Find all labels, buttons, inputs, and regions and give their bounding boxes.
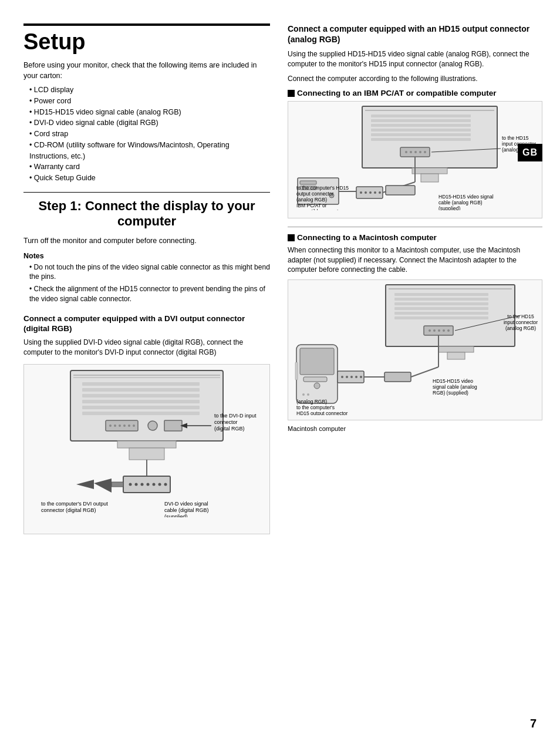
- svg-point-13: [123, 424, 126, 427]
- svg-point-27: [135, 483, 138, 486]
- svg-rect-88: [394, 307, 488, 310]
- section-divider: [23, 192, 270, 193]
- svg-point-29: [147, 483, 150, 486]
- gb-badge: GB: [518, 144, 542, 161]
- intro-text: Before using your monitor, check that th…: [23, 60, 270, 81]
- svg-point-26: [129, 483, 132, 486]
- svg-rect-85: [394, 293, 488, 296]
- svg-point-115: [360, 376, 362, 378]
- svg-rect-74: [386, 186, 415, 195]
- dvi-diagram-svg: to the DVI-D input connector (digital RG…: [35, 365, 258, 517]
- left-column: Setup Before using your monitor, check t…: [23, 23, 270, 539]
- mac-subsection-header: Connecting to a Macintosh computer: [288, 233, 542, 242]
- svg-marker-35: [76, 480, 94, 489]
- svg-point-113: [350, 376, 353, 378]
- svg-point-111: [341, 376, 343, 378]
- svg-point-93: [433, 329, 436, 332]
- svg-point-52: [414, 151, 417, 153]
- svg-text:(digital RGB): (digital RGB): [214, 426, 245, 432]
- svg-point-67: [360, 191, 362, 194]
- list-item: Quick Setup Guide: [29, 173, 270, 184]
- dvi-text: Using the supplied DVI-D video signal ca…: [23, 338, 270, 358]
- svg-rect-109: [295, 362, 298, 380]
- svg-rect-7: [82, 406, 200, 409]
- svg-point-31: [158, 483, 161, 486]
- svg-text:(analog RGB): (analog RGB): [296, 399, 327, 405]
- svg-text:to the HD15: to the HD15: [502, 135, 529, 141]
- svg-rect-18: [117, 441, 176, 448]
- list-item: Cord strap: [29, 129, 270, 140]
- svg-point-114: [355, 376, 357, 378]
- svg-rect-3: [82, 382, 200, 386]
- svg-text:to the DVI-D input: to the DVI-D input: [214, 413, 257, 419]
- svg-text:to the computer's DVI output: to the computer's DVI output: [41, 501, 108, 507]
- mac-diagram-svg: to the HD15 input connector (analog RGB): [288, 280, 542, 415]
- svg-point-15: [133, 424, 135, 427]
- svg-rect-46: [371, 129, 471, 132]
- list-item: DVI-D video signal cable (digital RGB): [29, 117, 270, 129]
- hd15-text1: Using the supplied HD15-HD15 video signa…: [288, 49, 542, 69]
- setup-heading: Setup: [23, 29, 270, 55]
- svg-text:output connector: output connector: [296, 191, 333, 197]
- ibm-heading: Connecting to an IBM PC/AT or compatible…: [297, 89, 497, 97]
- list-item: Power cord: [29, 96, 270, 107]
- mac-label: Macintosh computer: [288, 425, 542, 432]
- svg-text:compatible computer: compatible computer: [296, 208, 343, 210]
- svg-text:to the HD15: to the HD15: [507, 314, 534, 319]
- svg-text:HD15 output connector: HD15 output connector: [296, 410, 348, 415]
- svg-rect-34: [112, 482, 123, 487]
- svg-rect-19: [129, 448, 164, 460]
- svg-rect-45: [371, 124, 471, 127]
- svg-text:input connector: input connector: [504, 319, 538, 325]
- right-column: Connect a computer equipped with an HD15…: [288, 23, 542, 539]
- note-item: Check the alignment of the HD15 connecto…: [29, 284, 270, 304]
- mac-diagram: to the HD15 input connector (analog RGB): [288, 279, 542, 420]
- svg-text:HD15-HD15 video: HD15-HD15 video: [433, 378, 473, 384]
- note-item: Do not touch the pins of the video signa…: [29, 262, 270, 282]
- list-item: HD15-HD15 video signal cable (analog RGB…: [29, 107, 270, 118]
- hd15-heading: Connect a computer equipped with an HD15…: [288, 23, 542, 45]
- svg-point-107: [302, 393, 305, 396]
- svg-rect-47: [371, 133, 471, 136]
- svg-rect-89: [394, 312, 488, 315]
- svg-rect-62: [300, 181, 316, 184]
- list-item: Warranty card: [29, 161, 270, 173]
- page-number: 7: [530, 717, 537, 730]
- ibm-diagram: to the HD15 input connector (analog RGB): [288, 101, 542, 218]
- svg-rect-87: [394, 302, 488, 305]
- svg-rect-4: [82, 388, 200, 392]
- svg-rect-56: [421, 174, 438, 182]
- svg-rect-44: [371, 119, 471, 122]
- dvi-diagram: to the DVI-D input connector (digital RG…: [23, 364, 270, 534]
- svg-rect-105: [303, 377, 327, 382]
- svg-point-51: [410, 151, 412, 153]
- list-item: LCD display: [29, 85, 270, 96]
- svg-point-106: [314, 383, 320, 389]
- svg-rect-17: [164, 420, 182, 431]
- svg-text:cable (digital RGB): cable (digital RGB): [164, 507, 209, 513]
- svg-rect-90: [394, 316, 488, 319]
- svg-text:(supplied): (supplied): [164, 514, 188, 517]
- svg-point-69: [369, 191, 372, 194]
- svg-text:connector (digital RGB): connector (digital RGB): [41, 507, 96, 513]
- mac-heading: Connecting to a Macintosh computer: [297, 233, 437, 242]
- ibm-subsection-header: Connecting to an IBM PC/AT or compatible…: [288, 89, 542, 97]
- svg-point-94: [438, 329, 440, 332]
- svg-marker-33: [94, 479, 112, 493]
- top-rule: [23, 23, 270, 26]
- svg-rect-117: [384, 372, 411, 382]
- svg-rect-6: [82, 400, 200, 403]
- svg-rect-43: [371, 114, 471, 117]
- step-intro: Turn off the monitor and computer before…: [23, 237, 270, 245]
- svg-rect-5: [82, 394, 200, 397]
- svg-text:signal cable (analog: signal cable (analog: [433, 384, 477, 390]
- svg-rect-55: [412, 168, 447, 174]
- notes-list: Do not touch the pins of the video signa…: [23, 262, 270, 304]
- svg-point-30: [153, 483, 156, 486]
- svg-point-71: [379, 191, 381, 194]
- svg-text:RGB) (supplied): RGB) (supplied): [433, 390, 468, 396]
- svg-rect-97: [438, 346, 474, 352]
- notes-label: Notes: [23, 252, 270, 260]
- svg-text:(analog RGB): (analog RGB): [296, 197, 327, 203]
- dvi-heading: Connect a computer equipped with a DVI o…: [23, 314, 270, 334]
